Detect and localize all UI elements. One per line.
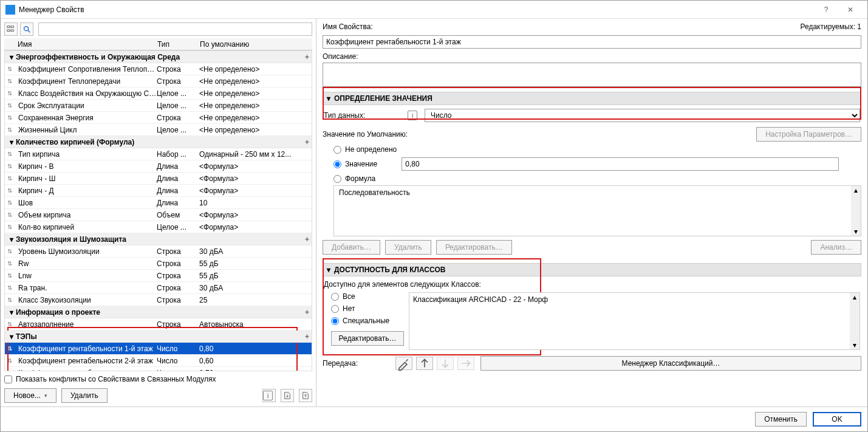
add-option-button: Добавить… xyxy=(323,240,380,255)
drag-handle-icon[interactable]: ⇅ xyxy=(7,151,16,157)
drag-handle-icon[interactable]: ⇅ xyxy=(7,102,16,109)
property-row[interactable]: ⇅Ra тран.Строка30 дБА xyxy=(5,282,312,294)
special-radio[interactable]: Специальные xyxy=(331,317,404,325)
drag-handle-icon[interactable]: ⇅ xyxy=(7,248,16,255)
pipette-icon[interactable] xyxy=(395,357,412,370)
drag-handle-icon[interactable]: ⇅ xyxy=(7,284,16,291)
ok-button[interactable]: OK xyxy=(813,412,861,427)
prop-name: Класс Звукоизоляции xyxy=(16,296,157,304)
property-row[interactable]: ⇅LnwСтрока55 дБ xyxy=(5,270,312,282)
class-availability-section[interactable]: ▾ ДОСТУПНОСТЬ ДЛЯ КЛАССОВ xyxy=(323,263,861,276)
drag-handle-icon[interactable]: ⇅ xyxy=(7,211,16,218)
property-row[interactable]: ⇅Коэффициент ТеплопередачиСтрока<Не опре… xyxy=(5,75,312,87)
titlebar: Менеджер Свойств ? ✕ xyxy=(1,1,867,19)
property-row[interactable]: ⇅Класс Воздействия на Окружающую СредуЦе… xyxy=(5,87,312,100)
classification-manager-button[interactable]: Менеджер Классификаций… xyxy=(480,356,861,371)
import-icon-button[interactable] xyxy=(281,389,294,402)
all-radio[interactable]: Все xyxy=(331,292,404,301)
tree-view-icon[interactable] xyxy=(4,22,18,36)
property-row[interactable]: ⇅Коэффициент Сопротивления Теплопер...Ст… xyxy=(5,63,312,75)
class-list[interactable]: Классификация ARCHICAD - 22 - Морф ▴▾ xyxy=(409,292,860,350)
edit-classes-button[interactable]: Редактировать… xyxy=(331,331,404,346)
property-row[interactable]: ⇅Сохраненная ЭнергияСтрока<Не определено… xyxy=(5,112,312,124)
drag-handle-icon[interactable]: ⇅ xyxy=(7,163,16,170)
drag-handle-icon[interactable]: ⇅ xyxy=(7,199,16,206)
property-row[interactable]: ⇅RwСтрока55 дБ xyxy=(5,258,312,270)
prop-type: Строка xyxy=(157,114,199,122)
property-row[interactable]: ⇅ШовДлина10 xyxy=(5,197,312,209)
info-icon-button[interactable]: i xyxy=(262,389,276,402)
drag-handle-icon[interactable]: ⇅ xyxy=(7,114,16,121)
scroll-up-icon[interactable]: ▴ xyxy=(854,186,858,194)
drag-handle-icon[interactable]: ⇅ xyxy=(7,224,16,230)
prop-name: Тип кирпича xyxy=(16,150,157,159)
search-input[interactable] xyxy=(38,22,312,36)
property-row[interactable]: ⇅АвтозаполнениеСтрокаАвтовыноска xyxy=(5,318,312,331)
drag-handle-icon[interactable]: ⇅ xyxy=(7,345,16,352)
property-row[interactable]: ⇅Кол-во кирпичейЦелое ...<Формула> xyxy=(5,221,312,233)
info-icon[interactable]: i xyxy=(408,111,417,120)
property-row[interactable]: ⇅Кирпич - ШДлина<Формула> xyxy=(5,173,312,185)
property-row[interactable]: ⇅Срок ЭксплуатацииЦелое ...<Не определен… xyxy=(5,100,312,112)
delete-button[interactable]: Удалить xyxy=(61,388,108,403)
property-row[interactable]: ⇅Коэффициент рентабельности зданияЧисло0… xyxy=(5,367,312,371)
drag-handle-icon[interactable]: ⇅ xyxy=(7,187,16,194)
drag-handle-icon[interactable]: ⇅ xyxy=(7,90,16,97)
property-row[interactable]: ⇅Уровень ШумоизоляцииСтрока30 дБА xyxy=(5,245,312,258)
scroll-down-icon[interactable]: ▾ xyxy=(853,341,856,349)
drag-handle-icon[interactable]: ⇅ xyxy=(7,357,16,364)
show-conflicts-checkbox[interactable]: Показать конфликты со Свойствами в Связа… xyxy=(4,375,312,383)
class-item[interactable]: Классификация ARCHICAD - 22 - Морф xyxy=(413,295,856,304)
group-row[interactable]: ▾Количество кирпичей (Формула)+ xyxy=(5,136,312,148)
description-input[interactable] xyxy=(323,63,861,87)
help-button[interactable]: ? xyxy=(814,5,838,14)
add-property-icon[interactable]: + xyxy=(305,138,309,146)
export-icon-button[interactable] xyxy=(299,389,312,402)
drag-handle-icon[interactable]: ⇅ xyxy=(7,78,16,84)
value-definition-section[interactable]: ▾ ОПРЕДЕЛЕНИЕ ЗНАЧЕНИЯ xyxy=(323,92,861,105)
scroll-down-icon[interactable]: ▾ xyxy=(854,227,858,236)
group-row[interactable]: ▾Информация о проекте+ xyxy=(5,306,312,318)
drag-handle-icon[interactable]: ⇅ xyxy=(7,126,16,133)
property-row[interactable]: ⇅Класс ЗвукоизоляцииСтрока25 xyxy=(5,294,312,306)
drag-handle-icon[interactable]: ⇅ xyxy=(7,260,16,267)
prop-type: Строка xyxy=(157,77,199,86)
new-button[interactable]: Новое... xyxy=(4,388,56,403)
property-row[interactable]: ⇅Тип кирпичаНабор ...Одинарный - 250 мм … xyxy=(5,148,312,160)
scroll-up-icon[interactable]: ▴ xyxy=(853,293,856,301)
property-row[interactable]: ⇅Жизненный ЦиклЦелое ...<Не определено> xyxy=(5,124,312,136)
drag-handle-icon[interactable]: ⇅ xyxy=(7,272,16,279)
drag-handle-icon[interactable]: ⇅ xyxy=(7,175,16,182)
property-row[interactable]: ⇅Кирпич - ДДлина<Формула> xyxy=(5,185,312,197)
property-row[interactable]: ⇅Коэффициент рентабельности 1-й этажЧисл… xyxy=(5,343,312,355)
cancel-button[interactable]: Отменить xyxy=(755,412,807,427)
property-tree[interactable]: ▾Энергоэффективность и Окружающая Среда+… xyxy=(4,50,312,371)
drag-handle-icon[interactable]: ⇅ xyxy=(7,369,16,371)
close-button[interactable]: ✕ xyxy=(838,5,863,14)
formula-radio[interactable]: Формула xyxy=(333,174,861,183)
property-row[interactable]: ⇅Кирпич - ВДлина<Формула> xyxy=(5,160,312,173)
group-row[interactable]: ▾Звукоизоляция и Шумозащита+ xyxy=(5,233,312,245)
group-row[interactable]: ▾ТЭПы+ xyxy=(5,331,312,343)
data-type-select[interactable]: Число xyxy=(425,109,860,122)
add-property-icon[interactable]: + xyxy=(305,332,309,341)
add-property-icon[interactable]: + xyxy=(305,235,309,244)
drag-handle-icon[interactable]: ⇅ xyxy=(7,66,16,72)
add-property-icon[interactable]: + xyxy=(305,308,309,317)
default-value-input[interactable] xyxy=(402,157,839,171)
property-row[interactable]: ⇅Коэффициент рентабельности 2-й этажЧисл… xyxy=(5,355,312,367)
search-icon[interactable] xyxy=(20,22,33,36)
group-row[interactable]: ▾Энергоэффективность и Окружающая Среда+ xyxy=(5,51,312,63)
drag-handle-icon[interactable]: ⇅ xyxy=(7,297,16,303)
add-property-icon[interactable]: + xyxy=(305,53,309,61)
value-radio[interactable]: Значение xyxy=(333,160,377,168)
prop-type: Строка xyxy=(157,320,199,329)
inject-up-icon[interactable] xyxy=(416,357,433,370)
property-name-input[interactable] xyxy=(323,35,861,49)
analyze-button: Анализ… xyxy=(811,240,861,255)
property-row[interactable]: ⇅Объем кирпичаОбъем<Формула> xyxy=(5,209,312,221)
none-radio[interactable]: Нет xyxy=(331,304,404,313)
prop-name: Автозаполнение xyxy=(16,320,157,329)
undefined-radio[interactable]: Не определено xyxy=(333,145,861,154)
drag-handle-icon[interactable]: ⇅ xyxy=(7,321,16,327)
